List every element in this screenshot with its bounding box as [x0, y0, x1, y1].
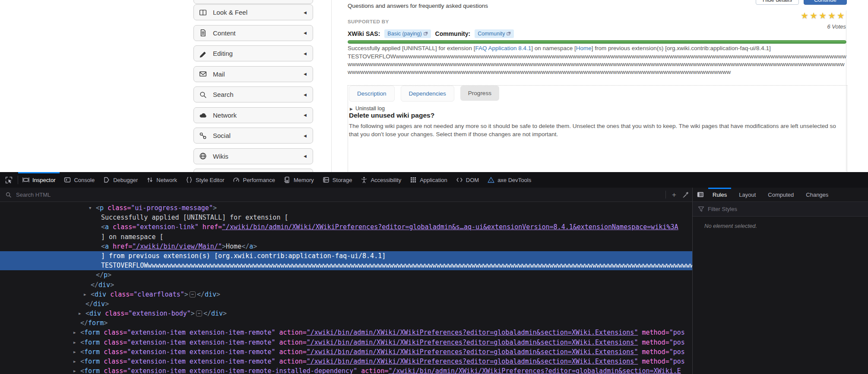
attribute-url-value[interactable]: "/xwiki/bin/admin/XWiki/XWikiPreferences…: [307, 347, 638, 357]
devtools-tab-inspector[interactable]: Inspector: [18, 172, 60, 188]
vendor-link[interactable]: Community: [475, 29, 514, 38]
markup-row[interactable]: ] from previous extension(s) [org.xwiki.…: [0, 251, 692, 261]
collapsed-ellipsis-badge[interactable]: ⋯: [190, 291, 196, 297]
markup-row[interactable]: ] on namespace [: [0, 232, 692, 242]
continue-button[interactable]: Continue: [804, 0, 847, 5]
devtools-tab-performance[interactable]: Performance: [228, 172, 279, 188]
rating-stars[interactable]: ★★★★★: [792, 10, 846, 21]
panel-tab-computed[interactable]: Computed: [762, 188, 800, 202]
sidebar-item-content[interactable]: Content◄: [193, 25, 313, 41]
devtools-tab-style-editor[interactable]: Style Editor: [181, 172, 228, 188]
node-text: </: [86, 299, 93, 309]
markup-row[interactable]: ▼<p class="ui-progress-message">: [0, 203, 692, 213]
devtools-tab-memory[interactable]: Memory: [279, 172, 318, 188]
expand-right-icon[interactable]: ▶: [73, 357, 80, 366]
expand-right-icon[interactable]: ▶: [84, 290, 91, 299]
tab-dependencies[interactable]: Dependencies: [401, 86, 454, 102]
tab-description[interactable]: Description: [349, 86, 395, 102]
attribute-name: method=: [642, 357, 669, 366]
sidebar-item-label: Wikis: [213, 153, 228, 160]
attribute-url-value[interactable]: "/xwiki/bin/admin/XWiki/XWikiPreferences…: [307, 357, 638, 366]
namespace-link[interactable]: Home: [576, 45, 592, 51]
star-icon[interactable]: ★: [801, 11, 810, 20]
markup-row[interactable]: ▶<form class="extension-item extension-i…: [0, 338, 692, 347]
devtools-tab-label: Application: [420, 177, 447, 183]
devtools-tab-label: Accessibility: [371, 177, 401, 183]
eyedropper-icon[interactable]: [682, 192, 689, 198]
devtools-tab-label: Style Editor: [196, 177, 224, 183]
star-icon[interactable]: ★: [819, 11, 828, 20]
sidebar-item-search[interactable]: Search◄: [193, 86, 313, 102]
node-text: Home: [226, 242, 241, 251]
extension-link[interactable]: FAQ Application 8.4.1: [475, 45, 531, 51]
attribute-url-value[interactable]: "/xwiki/bin/admin/XWiki/XWikiPreferences…: [222, 222, 678, 232]
collapsed-ellipsis-badge[interactable]: ⋯: [196, 310, 202, 316]
markup-row[interactable]: </form>: [0, 318, 692, 328]
sidebar-item-mail[interactable]: Mail◄: [193, 66, 313, 82]
attribute-name: action=: [279, 347, 307, 357]
hide-details-button[interactable]: Hide details: [756, 0, 799, 5]
markup-view[interactable]: ▼<p class="ui-progress-message">Successf…: [0, 202, 692, 374]
devtools-tab-axe-devtools[interactable]: axe DevTools: [483, 172, 535, 188]
markup-row[interactable]: ▶<form class="extension-item extension-i…: [0, 328, 692, 337]
markup-row[interactable]: </div>: [0, 299, 692, 309]
link-icon: [199, 132, 208, 140]
sidebar-item-social[interactable]: Social◄: [193, 128, 313, 144]
node-text: [106, 290, 110, 299]
pointer-icon[interactable]: [0, 172, 18, 188]
panel-tab-changes[interactable]: Changes: [800, 188, 834, 202]
expand-right-icon[interactable]: ▶: [73, 338, 80, 347]
devtools-tab-application[interactable]: Application: [405, 172, 452, 188]
attribute-url-value[interactable]: "/xwiki/bin/admin/XWiki/XWikiPreferences…: [307, 328, 638, 337]
attribute-url-value[interactable]: "/xwiki/bin/admin/XWiki/XWikiPreferences…: [388, 366, 681, 374]
sidebar-item-network[interactable]: Network◄: [193, 107, 313, 123]
sidebar-item-look-feel[interactable]: Look & Feel◄: [193, 4, 313, 20]
network-icon: [146, 176, 153, 183]
star-icon[interactable]: ★: [837, 11, 846, 20]
devtools-tab-network[interactable]: Network: [142, 172, 181, 188]
sidebar-item-partial-top[interactable]: [193, 0, 313, 4]
markup-row[interactable]: ▶<div class="clearfloats">⋯</div>: [0, 290, 692, 299]
markup-row[interactable]: </div>: [0, 280, 692, 290]
filter-styles-row[interactable]: Filter Styles: [693, 202, 868, 217]
attribute-url-value[interactable]: "/xwiki/bin/admin/XWiki/XWikiPreferences…: [307, 338, 638, 347]
devtools-tab-debugger[interactable]: Debugger: [99, 172, 142, 188]
sidebar-item-editing[interactable]: Editing◄: [193, 45, 313, 61]
add-node-icon[interactable]: +: [672, 191, 676, 198]
star-icon[interactable]: ★: [828, 11, 837, 20]
pane-toggle-icon[interactable]: [693, 191, 706, 198]
markup-row[interactable]: TESTOVERFLOWwwwwwwwwwwwwwwwwwwwwwwwwwwww…: [0, 261, 692, 270]
markup-row[interactable]: </p>: [0, 270, 692, 280]
markup-row[interactable]: Successfully applied [UNINSTALL] for ext…: [0, 213, 692, 222]
markup-row[interactable]: ▶<div class="extension-body">⋯</div>: [0, 309, 692, 318]
expand-right-icon[interactable]: ▶: [73, 328, 80, 337]
tab-progress[interactable]: Progress: [460, 86, 499, 101]
panel-tab-layout[interactable]: Layout: [733, 188, 762, 202]
expand-right-icon[interactable]: ▶: [73, 347, 80, 357]
expand-right-icon[interactable]: ▶: [79, 309, 86, 318]
markup-row[interactable]: ▶<form class="extension-item extension-i…: [0, 357, 692, 366]
panel-tab-rules[interactable]: Rules: [706, 188, 733, 202]
markup-row[interactable]: ▶<form class="extension-item extension-i…: [0, 366, 692, 374]
markup-row[interactable]: <a href="/xwiki/bin/view/Main/">Home</a>: [0, 242, 692, 251]
uninstall-log-toggle[interactable]: ▶Uninstall log: [350, 105, 385, 112]
devtools-tab-console[interactable]: Console: [60, 172, 99, 188]
performance-icon: [233, 176, 240, 183]
tag-name: form: [84, 357, 100, 366]
console-icon: [64, 176, 71, 183]
vendor-link[interactable]: Basic (paying): [384, 29, 431, 38]
attribute-url-value[interactable]: "/xwiki/bin/view/Main/": [132, 242, 222, 251]
devtools-tab-dom[interactable]: DOM: [452, 172, 483, 188]
tag-name: div: [98, 280, 110, 290]
devtools-tab-storage[interactable]: Storage: [318, 172, 357, 188]
markup-row[interactable]: <a class="extension-link" href="/xwiki/b…: [0, 222, 692, 232]
search-html-input[interactable]: [15, 191, 578, 198]
star-icon[interactable]: ★: [810, 11, 819, 20]
expand-down-icon[interactable]: ▼: [89, 203, 96, 213]
expand-right-icon[interactable]: ▶: [73, 366, 80, 374]
markup-row[interactable]: ▶<form class="extension-item extension-i…: [0, 347, 692, 357]
sidebar-item-wikis[interactable]: Wikis◄: [193, 148, 313, 164]
devtools-tab-accessibility[interactable]: Accessibility: [356, 172, 405, 188]
tools-separator: [665, 191, 666, 198]
attribute-name: class=: [104, 347, 127, 357]
